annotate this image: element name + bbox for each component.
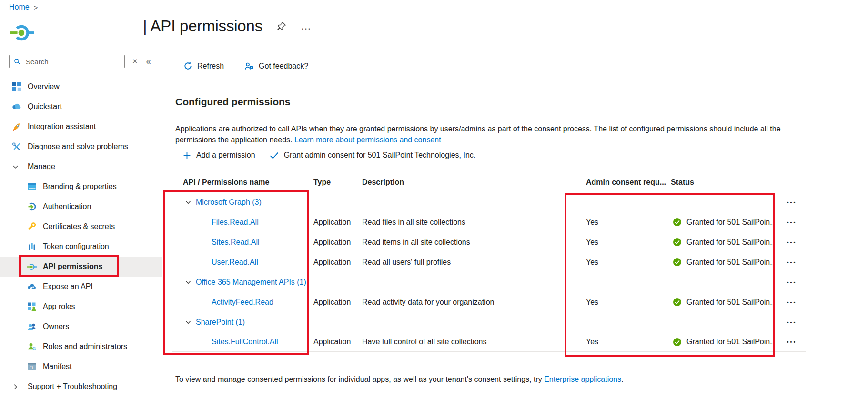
sidebar-item-label: Diagnose and solve problems (28, 142, 128, 151)
sidebar-item-quickstart[interactable]: Quickstart (0, 97, 162, 117)
sidebar-item-token-configuration[interactable]: Token configuration (0, 237, 162, 257)
permission-link[interactable]: User.Read.All (212, 258, 258, 266)
sidebar-item-label: Integration assistant (28, 122, 96, 131)
sidebar-item-certificates[interactable]: Certificates & secrets (0, 217, 162, 237)
granted-check-icon (673, 258, 682, 267)
footer-period: . (621, 375, 623, 383)
footer-note: To view and manage consented permissions… (175, 375, 623, 384)
refresh-icon (183, 61, 192, 70)
row-menu-icon[interactable]: ••• (777, 299, 806, 305)
table-row-permission: Sites.Read.All Application Read items in… (172, 232, 806, 252)
table-row-permission: Sites.FullControl.All Application Have f… (172, 332, 806, 352)
sidebar-search-row: ✕ « (9, 53, 162, 70)
sidebar-item-api-permissions[interactable]: API permissions (0, 257, 162, 277)
sidebar-group-manage[interactable]: Manage (0, 157, 162, 177)
granted-check-icon (673, 238, 682, 247)
rocket-icon (12, 122, 21, 131)
more-options-icon[interactable]: … (301, 24, 311, 29)
feedback-icon (244, 61, 254, 71)
permission-link[interactable]: ActivityFeed.Read (212, 298, 273, 306)
add-permission-button[interactable]: Add a permission (175, 151, 255, 160)
chevron-down-icon[interactable] (185, 199, 192, 206)
api-group-link[interactable]: Microsoft Graph (3) (196, 198, 262, 207)
permission-actions: Add a permission Grant admin consent for… (175, 151, 475, 160)
search-clear-icon[interactable]: ✕ (132, 57, 138, 66)
app-logo-api-permissions-icon (10, 21, 34, 45)
row-menu-icon[interactable]: ••• (777, 279, 806, 285)
search-icon (14, 58, 21, 65)
breadcrumb: Home > (9, 3, 38, 11)
sidebar-item-label: Expose an API (43, 282, 93, 291)
table-row-group: Office 365 Management APIs (1) ••• (172, 272, 806, 292)
sidebar-collapse-icon[interactable]: « (146, 57, 151, 67)
admin-consent-value: Yes (584, 338, 671, 346)
sidebar-group-support-troubleshooting[interactable]: Support + Troubleshooting (0, 377, 162, 397)
row-menu-icon[interactable]: ••• (777, 339, 806, 345)
sidebar-item-integration-assistant[interactable]: Integration assistant (0, 117, 162, 137)
page-header: | API permissions … (143, 17, 311, 35)
api-group-link[interactable]: Office 365 Management APIs (1) (196, 278, 306, 287)
permission-link[interactable]: Sites.FullControl.All (212, 338, 278, 346)
sidebar-item-owners[interactable]: Owners (0, 317, 162, 337)
feedback-button[interactable]: Got feedback? (236, 53, 316, 79)
row-menu-icon[interactable]: ••• (777, 239, 806, 245)
overview-icon (12, 82, 21, 91)
breadcrumb-home-link[interactable]: Home (9, 3, 30, 11)
pin-icon[interactable] (277, 21, 286, 31)
table-row-permission: Files.Read.All Application Read files in… (172, 212, 806, 232)
sidebar-item-label: Authentication (43, 202, 91, 211)
column-header-name: API / Permissions name (172, 178, 313, 187)
manifest-icon: { } (27, 362, 37, 371)
enterprise-applications-link[interactable]: Enterprise applications (544, 375, 621, 383)
sidebar-item-manifest[interactable]: { } Manifest (0, 357, 162, 377)
search-input[interactable] (25, 57, 120, 66)
learn-more-link[interactable]: Learn more about permissions and consent (294, 136, 441, 144)
status-text: Granted for 501 SailPoin... (686, 298, 775, 307)
grant-admin-consent-button[interactable]: Grant admin consent for 501 SailPoint Te… (270, 151, 476, 160)
section-heading: Configured permissions (175, 96, 291, 108)
sidebar: ✕ « Overview Quickstart (0, 53, 162, 397)
column-header-status: Status (671, 178, 777, 187)
row-menu-icon[interactable]: ••• (777, 259, 806, 265)
feedback-label: Got feedback? (259, 62, 308, 70)
sidebar-item-app-roles[interactable]: App roles (0, 297, 162, 317)
svg-text:{ }: { } (30, 365, 33, 369)
granted-check-icon (673, 218, 682, 227)
footer-text: To view and manage consented permissions… (175, 375, 544, 383)
grant-admin-consent-label: Grant admin consent for 501 SailPoint Te… (284, 151, 476, 160)
permission-link[interactable]: Sites.Read.All (212, 238, 260, 246)
breadcrumb-separator: > (34, 3, 38, 11)
authentication-icon (27, 202, 37, 211)
sidebar-item-branding[interactable]: www Branding & properties (0, 177, 162, 197)
sidebar-item-expose-an-api[interactable]: Expose an API (0, 277, 162, 297)
add-permission-label: Add a permission (196, 151, 255, 160)
search-box[interactable] (9, 55, 125, 68)
svg-text:www: www (28, 187, 35, 190)
row-menu-icon[interactable]: ••• (777, 319, 806, 325)
row-menu-icon[interactable]: ••• (777, 200, 806, 205)
row-menu-icon[interactable]: ••• (777, 219, 806, 225)
check-icon (270, 152, 279, 159)
permission-link[interactable]: Files.Read.All (212, 218, 259, 226)
sidebar-item-authentication[interactable]: Authentication (0, 197, 162, 217)
admin-consent-value: Yes (584, 258, 671, 267)
roles-administrators-icon (27, 342, 37, 351)
tools-icon (12, 142, 21, 151)
table-header-row: API / Permissions name Type Description … (172, 173, 806, 192)
chevron-down-icon[interactable] (185, 319, 192, 326)
refresh-button[interactable]: Refresh (175, 53, 232, 79)
page-title: | API permissions (143, 17, 262, 35)
api-group-link[interactable]: SharePoint (1) (196, 318, 245, 327)
chevron-down-icon[interactable] (185, 279, 192, 286)
sidebar-item-label: Token configuration (43, 242, 109, 251)
admin-consent-value: Yes (584, 238, 671, 247)
admin-consent-value: Yes (584, 218, 671, 227)
sidebar-item-roles-administrators[interactable]: Roles and administrators (0, 337, 162, 357)
permissions-table: API / Permissions name Type Description … (172, 173, 806, 352)
sidebar-item-overview[interactable]: Overview (0, 77, 162, 97)
column-header-description: Description (362, 178, 584, 187)
sidebar-group-label: Manage (28, 162, 55, 171)
permission-description: Read all users' full profiles (362, 258, 584, 267)
permission-description: Read files in all site collections (362, 218, 584, 227)
sidebar-item-diagnose[interactable]: Diagnose and solve problems (0, 137, 162, 157)
